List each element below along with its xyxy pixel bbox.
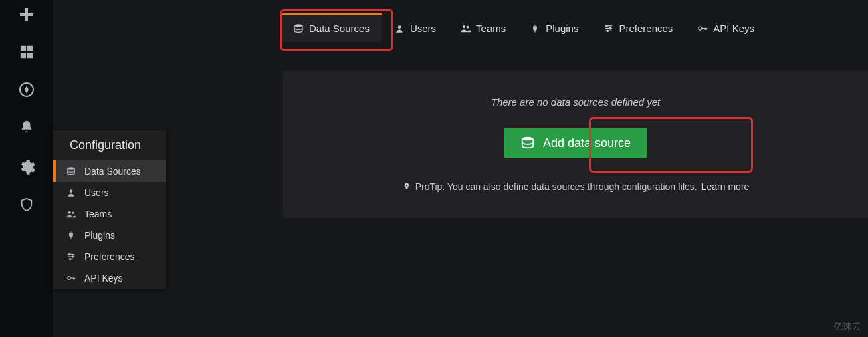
flyout-item-label: Teams [84, 209, 112, 219]
tab-api-keys[interactable]: API Keys [685, 15, 766, 42]
svg-rect-1 [20, 13, 33, 16]
svg-point-15 [69, 253, 70, 255]
tab-label: Data Sources [309, 23, 370, 34]
svg-rect-2 [21, 46, 26, 51]
svg-rect-4 [21, 53, 26, 58]
rocket-icon [402, 182, 411, 191]
tab-plugins[interactable]: Plugins [518, 15, 590, 42]
flyout-item-label: Data Sources [84, 166, 141, 177]
plug-icon [66, 230, 76, 241]
tab-teams[interactable]: Teams [448, 15, 518, 42]
svg-point-30 [609, 27, 611, 29]
database-icon [293, 23, 304, 34]
explore-button[interactable] [12, 75, 41, 104]
config-tabs: Data Sources Users Teams Plugins Prefere… [281, 15, 766, 42]
protip-text: ProTip: You can also define data sources… [402, 181, 750, 192]
dashboard-icon [19, 45, 34, 60]
key-icon [697, 23, 708, 34]
user-icon [394, 23, 405, 34]
protip-message: ProTip: You can also define data sources… [415, 181, 697, 192]
key-icon [66, 273, 76, 284]
svg-point-9 [70, 189, 73, 193]
configuration-button[interactable] [12, 152, 41, 182]
svg-point-25 [466, 26, 469, 29]
svg-point-31 [607, 30, 609, 32]
svg-point-8 [68, 167, 75, 170]
empty-state-message: There are no data sources defined yet [491, 96, 661, 108]
flyout-item-label: API Keys [84, 273, 123, 284]
compass-icon [19, 82, 35, 98]
left-sidebar [0, 0, 53, 337]
dashboards-button[interactable] [12, 37, 41, 67]
flyout-item-label: Plugins [84, 230, 115, 241]
flyout-title: Configuration [53, 130, 166, 160]
svg-rect-3 [27, 46, 33, 51]
tab-data-sources[interactable]: Data Sources [281, 13, 382, 42]
gear-icon [18, 158, 35, 176]
tab-label: Preferences [619, 23, 673, 34]
flyout-item-plugins[interactable]: Plugins [53, 225, 166, 246]
shield-icon [19, 197, 34, 212]
add-data-source-button[interactable]: Add data source [504, 128, 647, 158]
admin-button[interactable] [12, 190, 41, 219]
tab-users[interactable]: Users [382, 15, 448, 42]
flyout-item-data-sources[interactable]: Data Sources [53, 160, 166, 182]
flyout-item-label: Users [84, 187, 109, 198]
alerting-button[interactable] [12, 112, 41, 142]
svg-rect-5 [27, 53, 33, 58]
svg-point-29 [606, 25, 608, 27]
svg-marker-7 [25, 86, 29, 94]
database-icon [520, 136, 535, 150]
svg-point-18 [68, 277, 71, 280]
tab-label: API Keys [713, 23, 754, 34]
tab-label: Users [410, 23, 436, 34]
tab-preferences[interactable]: Preferences [590, 15, 685, 42]
svg-point-32 [699, 27, 702, 30]
users-icon [66, 209, 76, 219]
flyout-item-api-keys[interactable]: API Keys [53, 267, 166, 289]
flyout-item-users[interactable]: Users [53, 182, 166, 203]
svg-point-10 [68, 211, 71, 214]
svg-point-16 [72, 256, 73, 257]
sliders-icon [603, 23, 613, 34]
tab-label: Plugins [546, 23, 578, 34]
protip-learn-more-link[interactable]: Learn more [701, 181, 750, 192]
plug-icon [530, 23, 540, 34]
users-icon [460, 23, 471, 34]
add-button-label: Add data source [543, 136, 631, 150]
svg-point-22 [294, 24, 302, 27]
flyout-item-preferences[interactable]: Preferences [53, 246, 166, 267]
svg-point-23 [398, 25, 401, 29]
svg-point-11 [72, 212, 74, 215]
svg-point-24 [462, 25, 465, 28]
svg-point-36 [522, 137, 534, 141]
tab-label: Teams [476, 23, 506, 34]
plus-icon [19, 7, 35, 23]
database-icon [66, 166, 76, 177]
create-button[interactable] [12, 0, 41, 29]
svg-point-17 [70, 258, 71, 259]
user-icon [66, 187, 76, 198]
sliders-icon [66, 251, 76, 262]
bell-icon [19, 120, 34, 134]
flyout-item-label: Preferences [84, 251, 134, 262]
watermark: 亿速云 [833, 321, 861, 333]
flyout-item-teams[interactable]: Teams [53, 203, 166, 225]
data-sources-panel: There are no data sources defined yet Ad… [283, 71, 868, 218]
configuration-flyout: Configuration Data Sources Users Teams P… [53, 130, 166, 289]
